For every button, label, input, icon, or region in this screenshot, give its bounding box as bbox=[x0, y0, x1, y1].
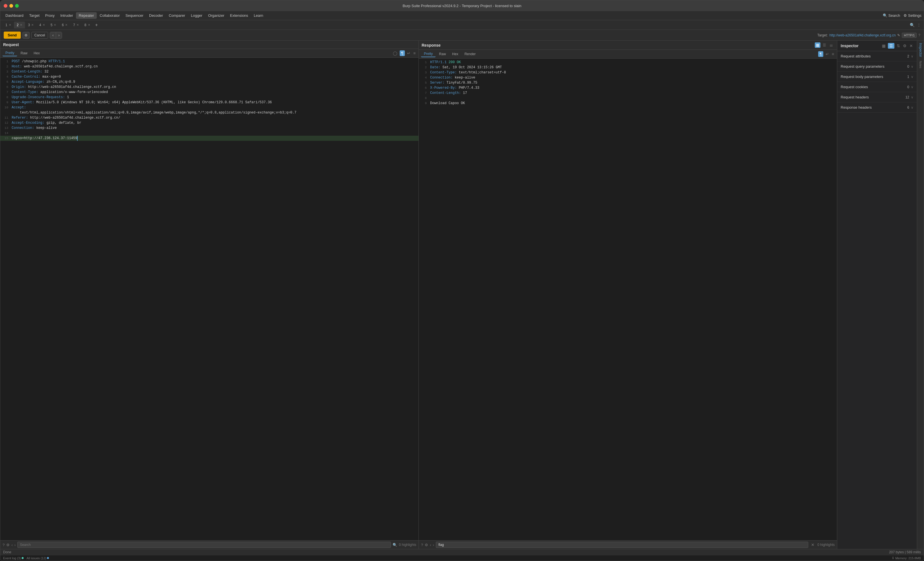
tab-8[interactable]: 8 ✕ bbox=[82, 22, 93, 28]
tab-bar-search-icon[interactable]: 🔍 bbox=[909, 22, 915, 28]
request-list-icon[interactable]: ≡ bbox=[413, 50, 416, 56]
menu-target[interactable]: Target bbox=[27, 12, 42, 19]
tab-3[interactable]: 3 ✕ bbox=[25, 22, 36, 28]
response-pretty-icon[interactable]: ¶ bbox=[818, 51, 823, 57]
request-tab-pretty[interactable]: Pretty bbox=[3, 50, 17, 56]
tab-7[interactable]: 7 ✕ bbox=[70, 22, 82, 28]
close-button[interactable] bbox=[4, 4, 8, 8]
inspector-grid-icon[interactable]: ▦ bbox=[881, 43, 886, 49]
request-line-4: 4 Cache-Control: max-age=0 bbox=[0, 74, 418, 80]
response-line-9: 9 Download Capoo OK bbox=[419, 101, 837, 106]
response-search-back-icon[interactable]: ‹ bbox=[430, 543, 431, 547]
tab-add-button[interactable]: + bbox=[93, 21, 100, 29]
inspector-item-cookies[interactable]: Request cookies 0 ∨ bbox=[837, 82, 917, 92]
tab-5-close[interactable]: ✕ bbox=[54, 23, 56, 27]
response-search-help-icon[interactable]: ? bbox=[421, 543, 423, 547]
tab-4[interactable]: 4 ✕ bbox=[36, 22, 48, 28]
inspector-item-response-headers[interactable]: Response headers 6 ∨ bbox=[837, 102, 917, 112]
inspector-item-request-headers[interactable]: Request headers 12 ∨ bbox=[837, 92, 917, 102]
protocol-badge[interactable]: HTTP/1 bbox=[902, 33, 916, 38]
inspector-item-request-attributes[interactable]: Request attributes 2 ∨ bbox=[837, 51, 917, 62]
response-list-icon[interactable]: ☰ bbox=[822, 42, 827, 48]
inspector-item-query-params[interactable]: Request query parameters 0 ∨ bbox=[837, 62, 917, 72]
tab-1[interactable]: 1 ✕ bbox=[3, 22, 14, 28]
edit-target-icon[interactable]: ✎ bbox=[897, 33, 900, 37]
request-search-input[interactable] bbox=[17, 542, 391, 548]
maximize-button[interactable] bbox=[15, 4, 19, 8]
tab-6-close[interactable]: ✕ bbox=[65, 23, 68, 27]
sidebar-notes-icon[interactable]: Notes bbox=[918, 59, 922, 70]
inspector-list-icon[interactable]: ☰ bbox=[888, 43, 894, 49]
tab-8-close[interactable]: ✕ bbox=[88, 23, 90, 27]
menu-comparer[interactable]: Comparer bbox=[166, 12, 188, 19]
tab-bar-menu-icon[interactable]: ⋮ bbox=[916, 22, 921, 28]
tab-1-close[interactable]: ✕ bbox=[9, 23, 11, 27]
response-line-6: 6 X-Powered-By: PHP/7.4.33 bbox=[419, 86, 837, 90]
request-wrap-icon[interactable]: ↵ bbox=[406, 50, 411, 56]
tab-2[interactable]: 2 ✕ bbox=[14, 22, 26, 28]
bytes-info: 207 bytes | 589 millis bbox=[889, 550, 921, 554]
nav-buttons: ‹ › bbox=[50, 32, 62, 39]
menu-intruder[interactable]: Intruder bbox=[57, 12, 76, 19]
request-search-help-icon[interactable]: ? bbox=[3, 543, 4, 547]
inspector-settings-icon[interactable]: ⚙ bbox=[902, 43, 907, 49]
request-search-magnifier-icon[interactable]: 🔍 bbox=[393, 543, 397, 547]
menu-proxy[interactable]: Proxy bbox=[42, 12, 57, 19]
all-issues-badge[interactable]: All issues (12) bbox=[27, 556, 49, 560]
settings-menu-button[interactable]: ⚙ Settings bbox=[903, 14, 921, 18]
request-search-forward-icon[interactable]: › bbox=[15, 543, 16, 547]
response-search-input[interactable] bbox=[436, 542, 808, 548]
response-search-forward-icon[interactable]: › bbox=[433, 543, 434, 547]
tab-4-close[interactable]: ✕ bbox=[43, 23, 45, 27]
menu-repeater[interactable]: Repeater bbox=[76, 12, 97, 19]
response-tab-render[interactable]: Render bbox=[462, 51, 478, 57]
search-menu-button[interactable]: 🔍 Search bbox=[883, 14, 900, 18]
minimize-button[interactable] bbox=[9, 4, 13, 8]
response-tab-raw[interactable]: Raw bbox=[436, 51, 448, 57]
response-wrap-icon[interactable]: ↵ bbox=[825, 51, 830, 57]
inspector-close-icon[interactable]: ✕ bbox=[909, 43, 914, 49]
tab-5[interactable]: 5 ✕ bbox=[48, 22, 59, 28]
send-button[interactable]: Send bbox=[4, 32, 21, 39]
response-list-icon[interactable]: ≡ bbox=[831, 51, 835, 57]
request-panel-title: Request bbox=[3, 42, 416, 47]
menu-collaborator[interactable]: Collaborator bbox=[97, 12, 123, 19]
menu-dashboard[interactable]: Dashboard bbox=[3, 12, 27, 19]
request-pretty-icon[interactable]: ¶ bbox=[400, 50, 405, 56]
request-tab-hex[interactable]: Hex bbox=[31, 50, 42, 56]
tab-6[interactable]: 6 ✕ bbox=[59, 22, 70, 28]
inspector-item-body-params[interactable]: Request body parameters 1 ∨ bbox=[837, 72, 917, 82]
tab-7-close[interactable]: ✕ bbox=[76, 23, 79, 27]
settings-button[interactable]: ⚙ bbox=[22, 32, 30, 39]
menu-extensions[interactable]: Extensions bbox=[227, 12, 251, 19]
response-search-clear-icon[interactable]: ✕ bbox=[810, 543, 816, 547]
forward-nav-button[interactable]: › bbox=[56, 32, 62, 38]
request-search-settings-icon[interactable]: ⚙ bbox=[6, 543, 10, 547]
tab-2-close[interactable]: ✕ bbox=[20, 23, 22, 27]
event-log-badge[interactable]: Event log (3) bbox=[3, 556, 24, 560]
response-cols-icon[interactable]: ⚌ bbox=[828, 42, 834, 48]
menu-organizer[interactable]: Organizer bbox=[205, 12, 227, 19]
inspector-sort-icon[interactable]: ⇅ bbox=[896, 43, 901, 49]
request-editor-tabs: Pretty Raw Hex ◯ ¶ ↵ ≡ bbox=[0, 49, 418, 58]
menu-sequencer[interactable]: Sequencer bbox=[123, 12, 146, 19]
menu-learn[interactable]: Learn bbox=[251, 12, 266, 19]
back-nav-button[interactable]: ‹ bbox=[50, 32, 56, 38]
request-search-back-icon[interactable]: ‹ bbox=[11, 543, 12, 547]
request-tab-raw[interactable]: Raw bbox=[18, 50, 30, 56]
request-line-15[interactable]: 15 capoo=http://47.236.124.37:11459 bbox=[0, 136, 418, 141]
response-tab-pretty[interactable]: Pretty bbox=[421, 51, 435, 57]
response-grid-icon[interactable]: ▦ bbox=[815, 42, 820, 48]
main-window: Burp Suite Professional v2024.9.2 - Temp… bbox=[0, 0, 924, 561]
menu-logger[interactable]: Logger bbox=[188, 12, 205, 19]
menu-decoder[interactable]: Decoder bbox=[146, 12, 166, 19]
response-search-settings-icon[interactable]: ⚙ bbox=[425, 543, 428, 547]
cancel-button[interactable]: Cancel bbox=[31, 32, 48, 39]
help-icon[interactable]: ? bbox=[918, 33, 920, 37]
request-hide-icon[interactable]: ◯ bbox=[392, 50, 398, 56]
tab-3-close[interactable]: ✕ bbox=[31, 23, 34, 27]
sidebar-inspector-icon[interactable]: Inspector bbox=[918, 42, 924, 58]
request-editor-icons: ◯ ¶ ↵ ≡ bbox=[392, 50, 416, 56]
response-tab-hex[interactable]: Hex bbox=[449, 51, 461, 57]
inspector-title: Inspector bbox=[841, 44, 881, 48]
